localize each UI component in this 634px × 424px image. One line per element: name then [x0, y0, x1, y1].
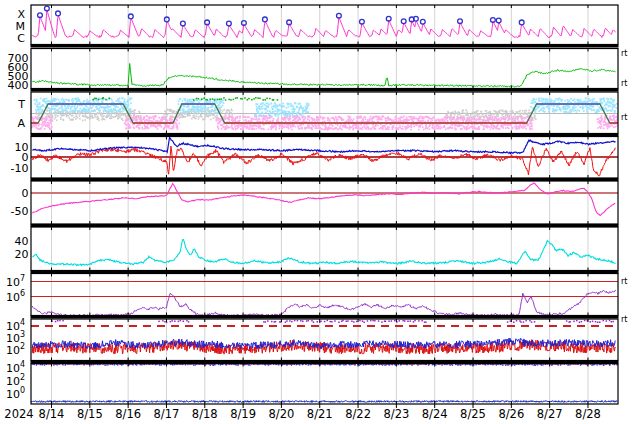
x-axis-label: 8/26 [498, 407, 524, 421]
space-weather-overview-chart: XMC700600500400TA100-100-504020107106104… [0, 0, 634, 424]
y-axis-label: -50 [11, 205, 29, 218]
y-axis-label: A [17, 117, 25, 130]
x-axis-label: 8/17 [154, 407, 180, 421]
panel-solar-wind-speed [32, 49, 615, 89]
x-axis-label: 8/22 [345, 407, 371, 421]
x-axis-label: 8/23 [383, 407, 409, 421]
panel-separator [31, 89, 619, 92]
y-axis-label: C [17, 32, 25, 45]
x-axis-label: 8/25 [460, 407, 486, 421]
y-axis-label: 400 [8, 79, 29, 92]
series-bz [32, 146, 615, 176]
panel-frame-solar-wind-speed [31, 49, 618, 89]
panel-density [32, 227, 615, 271]
y-axis-label: 102 [6, 342, 25, 357]
x-axis-label: 8/27 [537, 407, 563, 421]
panel-frame-density [31, 227, 618, 271]
x-axis-label: 8/14 [39, 407, 65, 421]
series-bottom-blue [31, 401, 617, 403]
panel-electron-flux [31, 319, 618, 361]
year-label: 2024 [4, 407, 33, 421]
chart-canvas: XMC700600500400TA100-100-504020107106104… [0, 0, 634, 424]
y-axis-label: 107 [6, 274, 25, 289]
x-axis-label: 8/18 [192, 407, 218, 421]
series-protons [32, 290, 615, 317]
panel-frame-xray-flux [31, 5, 618, 45]
y-axis-label: 20 [15, 248, 29, 261]
panel-separator [31, 316, 619, 319]
y-axis-label: 100 [6, 386, 25, 401]
rt-label: rt [621, 49, 627, 58]
y-axis-label: 106 [6, 289, 25, 304]
series-purple-specks [51, 320, 614, 324]
panel-proton-flux [31, 274, 618, 317]
panel-frame-low-energy-flux [31, 364, 618, 405]
series-flare-markers [38, 6, 524, 26]
x-axis-label: 8/28 [575, 407, 601, 421]
panel-imf-sector [31, 92, 619, 134]
series-goes-xray [32, 10, 615, 38]
x-axis-label: 8/19 [230, 407, 256, 421]
panel-frame-dst-index [31, 181, 618, 224]
rt-label: rt [621, 277, 627, 286]
rt-label: rt [621, 113, 627, 122]
rt-label: rt [621, 315, 627, 324]
series-proton-density [32, 239, 615, 265]
series-speed [32, 64, 615, 88]
x-axis-label: 8/16 [115, 407, 141, 421]
panel-dst-index [31, 181, 618, 224]
x-axis-label: 8/15 [77, 407, 103, 421]
panel-xray-flux [32, 5, 615, 45]
y-axis-label: 40 [15, 235, 29, 248]
panel-frame-proton-flux [31, 274, 618, 316]
y-axis-label: -10 [11, 162, 29, 175]
panel-low-energy-flux [31, 363, 618, 404]
y-axis-label: T [17, 98, 25, 111]
panel-imf-field [31, 137, 618, 179]
rt-label: rt [621, 79, 627, 88]
y-axis-label: 0 [22, 187, 29, 200]
series-dst [32, 183, 615, 216]
x-axis-label: 8/20 [269, 407, 295, 421]
x-axis-label: 8/24 [422, 407, 448, 421]
panel-separator [31, 45, 619, 48]
series-bt [32, 138, 615, 154]
x-axis-label: 8/21 [307, 407, 333, 421]
